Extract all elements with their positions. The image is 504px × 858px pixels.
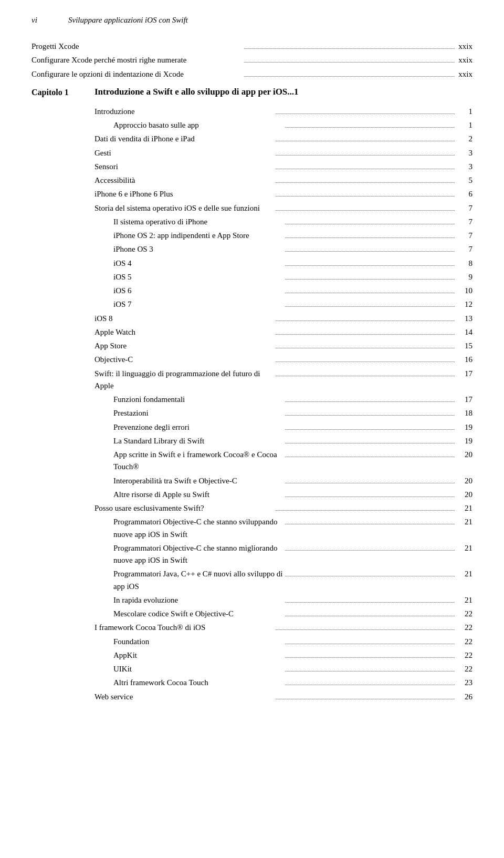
toc-entry: Swift: il linguaggio di programmazione d… bbox=[32, 368, 472, 392]
toc-page-number: 20 bbox=[457, 449, 472, 461]
toc-dots bbox=[285, 576, 455, 576]
toc-entry-text: Interoperabilità tra Swift e Objective-C bbox=[113, 475, 283, 487]
toc-dots bbox=[285, 415, 455, 416]
toc-page-number: 10 bbox=[457, 285, 472, 297]
pre-chapter-entries: Progetti XcodexxixConfigurare Xcode perc… bbox=[32, 40, 472, 80]
toc-page-number: 18 bbox=[457, 407, 472, 419]
toc-dots bbox=[244, 48, 455, 49]
toc-page-number: 9 bbox=[457, 271, 472, 283]
page: vi Sviluppare applicazioni iOS con Swift… bbox=[0, 0, 504, 858]
toc-page-number: 12 bbox=[457, 298, 472, 311]
toc-page-number: 21 bbox=[457, 516, 472, 528]
toc-entry-text: iPhone OS 2: app indipendenti e App Stor… bbox=[113, 230, 283, 242]
toc-dots bbox=[285, 237, 455, 238]
toc-entry-text: Web service bbox=[94, 691, 274, 703]
toc-entry: AppKit22 bbox=[32, 649, 472, 661]
toc-dots bbox=[285, 429, 455, 430]
toc-dots bbox=[285, 550, 455, 551]
toc-entry-text: iPhone OS 3 bbox=[113, 243, 283, 255]
toc-entry-text: iPhone 6 e iPhone 6 Plus bbox=[94, 188, 274, 200]
toc-entry: Configurare Xcode perché mostri righe nu… bbox=[32, 54, 472, 66]
toc-dots bbox=[285, 401, 455, 402]
toc-entry: Accessibilità5 bbox=[32, 174, 472, 187]
toc-page-number: 6 bbox=[457, 188, 472, 200]
chapter-main-title: Introduzione a Swift e allo sviluppo di … bbox=[94, 87, 472, 97]
toc-entry-text: Dati di vendita di iPhone e iPad bbox=[94, 133, 274, 145]
toc-dots bbox=[276, 155, 455, 156]
toc-entry-text: AppKit bbox=[113, 649, 283, 661]
toc-entry-text: Gesti bbox=[94, 147, 274, 159]
toc-dots bbox=[285, 644, 455, 644]
chapter-label: Capitolo 1 bbox=[32, 87, 94, 100]
toc-entry: Interoperabilità tra Swift e Objective-C… bbox=[32, 475, 472, 487]
toc-page-number: 21 bbox=[457, 542, 472, 554]
toc-entry-text: La Standard Library di Swift bbox=[113, 435, 283, 447]
toc-entry: Configurare le opzioni di indentazione d… bbox=[32, 68, 472, 80]
toc-page-number: 22 bbox=[457, 663, 472, 675]
toc-entry-text: Altre risorse di Apple su Swift bbox=[113, 489, 283, 501]
page-header: vi Sviluppare applicazioni iOS con Swift bbox=[32, 16, 472, 25]
toc-entry-text: Programmatori Java, C++ e C# nuovi allo … bbox=[113, 568, 283, 593]
toc-entry-text: Prestazioni bbox=[113, 407, 283, 419]
toc-dots bbox=[276, 361, 455, 362]
toc-entry: Objective-C16 bbox=[32, 354, 472, 366]
toc-entry: iOS 59 bbox=[32, 271, 472, 283]
toc-entry-text: App Store bbox=[94, 340, 274, 352]
toc-entry: Altri framework Cocoa Touch23 bbox=[32, 677, 472, 689]
toc-entry-text: In rapida evoluzione bbox=[113, 594, 283, 606]
toc-entry: Programmatori Objective-C che stanno svi… bbox=[32, 516, 472, 541]
toc-page-number: 17 bbox=[457, 368, 472, 380]
toc-dots bbox=[285, 443, 455, 443]
toc-entry: I framework Cocoa Touch® di iOS22 bbox=[32, 622, 472, 634]
toc-entry-text: Programmatori Objective-C che stanno svi… bbox=[113, 516, 283, 541]
toc-page-number: 8 bbox=[457, 257, 472, 270]
toc-entry-text: Approccio basato sulle app bbox=[113, 119, 283, 131]
toc-dots bbox=[285, 127, 455, 128]
toc-entry: iPhone OS 37 bbox=[32, 243, 472, 255]
toc-dots bbox=[285, 483, 455, 483]
toc-entry-text: Il sistema operativo di iPhone bbox=[113, 216, 283, 228]
toc-entry-text: iOS 8 bbox=[94, 313, 274, 325]
toc-entry-text: Prevenzione degli errori bbox=[113, 421, 283, 433]
toc-entry: Programmatori Java, C++ e C# nuovi allo … bbox=[32, 568, 472, 593]
toc-page-number: 1 bbox=[457, 119, 472, 131]
toc-entry: Sensori3 bbox=[32, 161, 472, 173]
toc-entry: Dati di vendita di iPhone e iPad2 bbox=[32, 133, 472, 145]
toc-dots bbox=[285, 602, 455, 603]
toc-entry: Prevenzione degli errori19 bbox=[32, 421, 472, 433]
toc-dots bbox=[276, 141, 455, 141]
toc-entry: Foundation22 bbox=[32, 636, 472, 648]
header-title: Sviluppare applicazioni iOS con Swift bbox=[68, 16, 188, 25]
toc-dots bbox=[276, 169, 455, 169]
toc-entry-text: Accessibilità bbox=[94, 174, 274, 187]
toc-page-number: 1 bbox=[457, 106, 472, 118]
toc-entry-text: I framework Cocoa Touch® di iOS bbox=[94, 622, 274, 634]
toc-entry-text: Apple Watch bbox=[94, 326, 274, 338]
toc-page-number: 2 bbox=[457, 133, 472, 145]
toc-page-number: 3 bbox=[457, 161, 472, 173]
toc-dots bbox=[285, 265, 455, 266]
toc-dots bbox=[276, 210, 455, 211]
toc-entry-text: Objective-C bbox=[94, 354, 274, 366]
toc-dots bbox=[285, 224, 455, 224]
toc-entry: Funzioni fondamentali17 bbox=[32, 394, 472, 406]
toc-dots bbox=[285, 524, 455, 524]
toc-page-number: 22 bbox=[457, 636, 472, 648]
toc-entry-text: UIKit bbox=[113, 663, 283, 675]
toc-page-number: 22 bbox=[457, 608, 472, 620]
toc-entry: Storia del sistema operativo iOS e delle… bbox=[32, 202, 472, 214]
toc-entry-text: Progetti Xcode bbox=[32, 40, 242, 53]
toc-entry: Prestazioni18 bbox=[32, 407, 472, 419]
toc-dots bbox=[285, 616, 455, 616]
toc-page-number: 17 bbox=[457, 394, 472, 406]
toc-entry: Posso usare esclusivamente Swift?21 bbox=[32, 502, 472, 514]
toc-entry: Approccio basato sulle app1 bbox=[32, 119, 472, 131]
page-number: vi bbox=[32, 16, 47, 25]
toc-entry: UIKit22 bbox=[32, 663, 472, 675]
toc-entry-text: Funzioni fondamentali bbox=[113, 394, 283, 406]
toc-dots bbox=[276, 629, 455, 630]
toc-page-number: 22 bbox=[457, 622, 472, 634]
toc-entry-text: Configurare Xcode perché mostri righe nu… bbox=[32, 54, 242, 66]
toc-entry: iOS 813 bbox=[32, 313, 472, 325]
toc-entry: Progetti Xcodexxix bbox=[32, 40, 472, 53]
